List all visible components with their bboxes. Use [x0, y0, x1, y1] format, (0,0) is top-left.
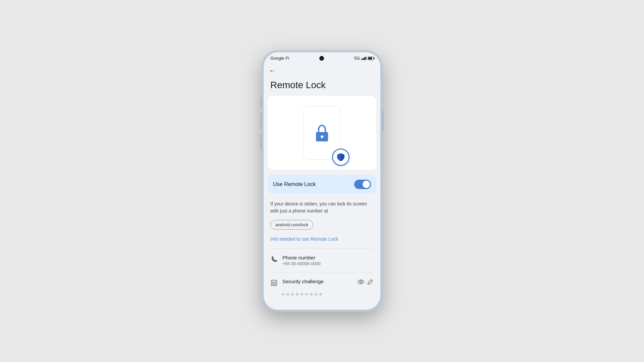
camera-dot: [319, 56, 324, 61]
carrier-label: Google Fi: [270, 56, 289, 61]
remote-lock-toggle[interactable]: [354, 180, 371, 189]
info-needed-link[interactable]: Info needed to use Remote Lock: [264, 235, 380, 247]
pin-dot-4: [296, 293, 299, 296]
pin-dot-5: [301, 293, 303, 296]
phone-illustration: [304, 106, 340, 160]
svg-rect-4: [274, 282, 276, 283]
volume-down-button: [261, 133, 262, 150]
security-challenge-text: Security challenge: [282, 279, 353, 285]
edit-icon[interactable]: [367, 279, 374, 287]
pin-dot-9: [319, 293, 322, 296]
phone-screen: Google Fi 5G ← Remot: [264, 52, 380, 310]
divider-1: [270, 248, 374, 249]
divider-2: [270, 272, 374, 273]
phone-frame: Google Fi 5G ← Remot: [262, 50, 382, 312]
status-icons: 5G: [354, 56, 374, 61]
lock-icon: [312, 123, 332, 143]
phone-number-title: Phone number: [282, 255, 374, 260]
use-remote-lock-row[interactable]: Use Remote Lock: [268, 175, 376, 194]
phone-number-item: Phone number +55 00-00000-0000: [264, 250, 380, 271]
security-challenge-item: Security challenge: [264, 274, 380, 293]
battery-icon: [368, 57, 374, 60]
toggle-label: Use Remote Lock: [273, 181, 316, 187]
svg-rect-3: [272, 282, 274, 283]
back-button[interactable]: ←: [264, 63, 380, 77]
status-bar: Google Fi 5G: [264, 52, 380, 63]
phone-icon: [270, 255, 278, 264]
signal-icon: [361, 57, 366, 60]
network-label: 5G: [354, 56, 360, 61]
illustration-card: [268, 96, 376, 170]
pin-dot-6: [305, 293, 308, 296]
security-actions: [358, 279, 374, 287]
eye-icon[interactable]: [358, 279, 364, 287]
pin-dot-8: [315, 293, 317, 296]
pin-dots: [264, 293, 380, 299]
page-content: ← Remote Lock: [264, 63, 380, 310]
shield-badge: [332, 148, 350, 166]
security-icon: [270, 279, 278, 288]
volume-up-button: [261, 112, 262, 129]
phone-number-value: +55 00-00000-0000: [282, 261, 374, 266]
back-arrow-icon: ←: [269, 67, 276, 74]
page-title: Remote Lock: [264, 77, 380, 96]
mute-button: [261, 97, 262, 107]
svg-rect-6: [274, 284, 276, 285]
svg-point-7: [360, 281, 362, 283]
android-lock-link[interactable]: android.com/lock: [270, 220, 313, 230]
svg-rect-5: [272, 284, 274, 285]
pin-dot-7: [310, 293, 313, 296]
shield-icon: [336, 152, 346, 162]
pin-dot-1: [282, 293, 284, 296]
pin-dot-2: [286, 293, 289, 296]
security-challenge-title: Security challenge: [282, 279, 353, 284]
toggle-knob: [363, 181, 370, 188]
pin-dot-3: [291, 293, 294, 296]
description-text: If your device is stolen, you can lock i…: [264, 199, 380, 219]
power-button: [382, 111, 383, 131]
svg-rect-2: [271, 280, 277, 286]
svg-point-1: [321, 135, 323, 138]
phone-number-text: Phone number +55 00-00000-0000: [282, 255, 374, 266]
